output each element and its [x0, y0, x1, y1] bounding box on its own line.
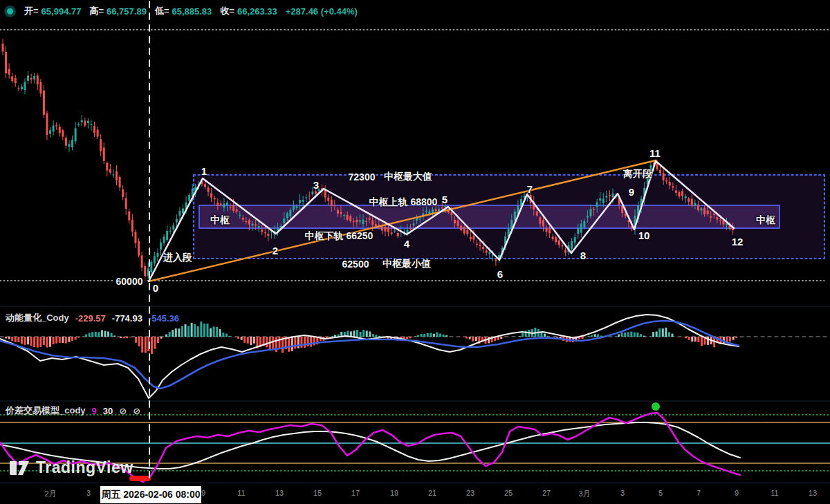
momentum-pane-header[interactable]: 动能量化_Cody -229.57 -774.93 -545.36: [6, 312, 179, 324]
axis-label-17: 17: [351, 489, 360, 497]
pivot-label-2: 2: [273, 245, 278, 256]
momentum-pane-title: 动能量化_Cody: [6, 312, 69, 324]
high-label: 高=: [89, 5, 104, 17]
axis-label-5: 5: [658, 489, 663, 497]
pivot-label-0: 0: [153, 282, 158, 294]
watermark-text: TradingView: [36, 458, 133, 477]
axis-label-15: 15: [313, 489, 322, 497]
crosshair-date-text: 周五 2026-02-06 08:00: [101, 489, 200, 501]
ohlc-legend: 开=65,994.77 高=66,757.89 低=65,885.83 收=66…: [4, 4, 358, 18]
pivot-label-8: 8: [580, 250, 586, 261]
tradingview-watermark: TradingView: [10, 458, 133, 477]
axis-label-11: 11: [771, 489, 778, 497]
pivot-label-6: 6: [497, 268, 503, 280]
axis-label-27: 27: [542, 489, 551, 497]
chart-annotation-9: 中枢最小值: [382, 258, 431, 270]
chart-annotation-3: 中枢: [756, 214, 775, 227]
axis-label-9: 9: [201, 489, 205, 497]
spread-param-2: 30: [103, 406, 113, 416]
pivot-label-10: 10: [638, 230, 650, 241]
pivot-label-4: 4: [404, 238, 409, 250]
crosshair-date-tooltip: 周五 2026-02-06 08:00: [100, 486, 201, 503]
tradingview-logo-icon: [10, 459, 30, 477]
chart-annotation-5: 中枢最大值: [384, 171, 432, 183]
momentum-hist-value: -229.57: [75, 313, 106, 324]
open-value: 65,994.77: [42, 6, 82, 17]
pivot-label-7: 7: [527, 183, 533, 195]
close-value: 66,263.33: [237, 6, 277, 17]
axis-label-7: 7: [697, 489, 701, 497]
chart-annotation-10: 60000: [114, 276, 145, 287]
axis-label-13: 13: [809, 489, 817, 497]
axis-label-21: 21: [428, 489, 436, 497]
chart-annotation-6: 中枢上轨 68800: [369, 196, 438, 209]
chart-annotation-2: 中枢: [210, 214, 230, 227]
axis-label-3月: 3月: [578, 489, 590, 499]
hide-icon[interactable]: ⊘: [119, 406, 127, 416]
spread-pane-title: 价差交易模型_cody: [6, 404, 86, 417]
chart-annotation-8: 62500: [342, 259, 369, 270]
pivot-label-5: 5: [442, 194, 448, 205]
pivot-label-3: 3: [313, 179, 319, 191]
chart-annotation-1: 离开段: [623, 168, 652, 180]
momentum-slow-value: -545.36: [149, 313, 179, 324]
axis-label-25: 25: [504, 489, 513, 497]
pivot-label-12: 12: [732, 236, 744, 248]
low-value: 65,885.83: [172, 6, 212, 17]
pivot-label-9: 9: [629, 186, 634, 198]
axis-label-13: 13: [275, 489, 284, 497]
change-value: +287.46 (+0.44%): [286, 6, 358, 17]
close-label: 收=: [220, 5, 234, 17]
momentum-fast-value: -774.93: [112, 313, 142, 324]
chart-canvas[interactable]: [0, 0, 830, 504]
low-label: 低=: [155, 5, 169, 17]
axis-label-2月: 2月: [44, 489, 56, 499]
spread-param-1: 9: [92, 406, 97, 416]
tradingview-chart-window: 开=65,994.77 高=66,757.89 低=65,885.83 收=66…: [0, 0, 830, 504]
spread-pane-header[interactable]: 价差交易模型_cody 9 30 ⊘ ⊘: [6, 404, 140, 417]
chart-annotation-4: 72300: [349, 171, 376, 183]
pivot-label-1: 1: [201, 165, 207, 177]
chart-annotation-0: 进入段: [163, 252, 192, 264]
hide-icon[interactable]: ⊘: [133, 406, 140, 416]
chart-annotation-7: 中枢下轨 66250: [305, 230, 374, 243]
axis-label-3: 3: [86, 489, 91, 497]
axis-label-11: 11: [237, 489, 245, 497]
pivot-label-11: 11: [649, 147, 661, 159]
axis-label-19: 19: [390, 489, 398, 497]
high-value: 66,757.89: [107, 6, 147, 17]
series-toggle-icon[interactable]: [4, 6, 16, 17]
axis-label-9: 9: [735, 489, 739, 497]
axis-label-23: 23: [466, 489, 474, 497]
open-label: 开=: [24, 5, 39, 17]
axis-label-3: 3: [620, 489, 625, 497]
